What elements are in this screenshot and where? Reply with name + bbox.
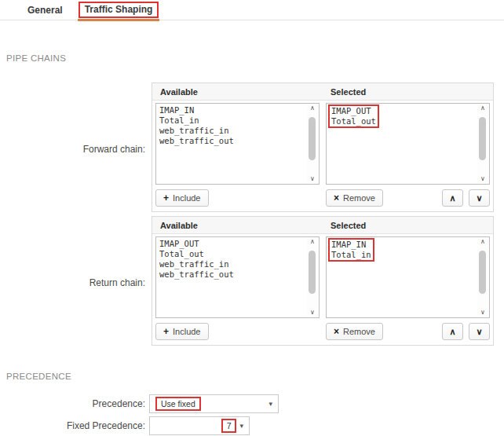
scrollbar-thumb[interactable] (309, 251, 316, 293)
precedence-selected-value: Use fixed (161, 399, 195, 409)
annotation-box: 7 (221, 419, 237, 433)
chevron-up-icon: ∧ (449, 193, 455, 203)
list-item[interactable]: web_traffic_out (159, 269, 306, 280)
dual-list-header: Available Selected (152, 217, 493, 234)
include-button[interactable]: + Include (155, 189, 209, 207)
return-chain-dual-list: Available Selected IMAP_OUT Total_out we… (152, 216, 494, 346)
return-selected-listbox[interactable]: IMAP_IN Total_in ∧ ∨ (326, 236, 490, 318)
scrollbar[interactable]: ∧ ∨ (477, 238, 488, 317)
chevron-down-icon: ∨ (476, 327, 482, 337)
fixed-precedence-label: Fixed Precedence: (0, 420, 145, 431)
include-button-label: Include (173, 193, 200, 203)
scrollbar-thumb[interactable] (479, 117, 486, 159)
scroll-down-icon[interactable]: ∨ (310, 309, 315, 317)
selected-column-header: Selected (326, 221, 490, 230)
move-up-button[interactable]: ∧ (442, 189, 463, 207)
available-column-header: Available (155, 87, 320, 97)
include-button[interactable]: + Include (155, 323, 209, 340)
scroll-up-icon[interactable]: ∧ (310, 104, 315, 112)
list-item[interactable]: IMAP_OUT (159, 239, 306, 249)
scrollbar-thumb[interactable] (479, 251, 486, 293)
forward-chain-dual-list: Available Selected IMAP_IN Total_in web_… (152, 82, 494, 212)
available-column-header: Available (155, 221, 320, 230)
precedence-section-title: PRECEDENCE (6, 372, 504, 381)
precedence-select[interactable]: Use fixed ▾ (149, 394, 279, 413)
fixed-precedence-input[interactable]: 7 ▾ (149, 416, 250, 435)
scrollbar-thumb[interactable] (309, 117, 316, 159)
scrollbar-track[interactable] (477, 246, 488, 309)
list-item[interactable]: web_traffic_in (159, 259, 306, 269)
annotation-box: IMAP_OUT Total_out (328, 104, 379, 128)
scroll-down-icon[interactable]: ∨ (310, 175, 315, 183)
move-down-button[interactable]: ∨ (469, 189, 490, 207)
scroll-up-icon[interactable]: ∧ (310, 238, 315, 246)
x-icon: × (334, 193, 339, 203)
include-button-label: Include (173, 327, 200, 336)
return-chain-label: Return chain: (0, 216, 145, 346)
scrollbar[interactable]: ∧ ∨ (307, 104, 318, 183)
tab-general[interactable]: General (27, 5, 63, 16)
forward-selected-listbox[interactable]: IMAP_OUT Total_out ∧ ∨ (326, 103, 490, 185)
chevron-down-icon[interactable]: ▾ (239, 423, 243, 430)
forward-chain-row: Forward chain: Available Selected IMAP_I… (0, 82, 504, 212)
list-item[interactable]: Total_in (159, 115, 306, 126)
pipe-chains-section: Forward chain: Available Selected IMAP_I… (0, 82, 504, 346)
precedence-label: Precedence: (0, 398, 145, 409)
scrollbar[interactable]: ∧ ∨ (477, 104, 488, 183)
scrollbar-track[interactable] (307, 112, 318, 175)
plus-icon: + (163, 193, 169, 203)
move-down-button[interactable]: ∨ (469, 323, 490, 340)
precedence-field-row: Precedence: Use fixed ▾ (0, 394, 504, 413)
chevron-up-icon: ∧ (449, 327, 455, 337)
tab-bar: General Traffic Shaping (0, 0, 504, 20)
forward-available-listbox[interactable]: IMAP_IN Total_in web_traffic_in web_traf… (155, 103, 320, 185)
list-item[interactable]: IMAP_OUT (331, 106, 376, 116)
annotation-box: IMAP_IN Total_in (328, 238, 374, 262)
remove-button-label: Remove (343, 193, 375, 203)
chevron-down-icon: ∨ (476, 193, 482, 203)
list-item[interactable]: web_traffic_out (159, 136, 306, 146)
remove-button-label: Remove (343, 327, 375, 336)
return-chain-row: Return chain: Available Selected IMAP_OU… (0, 216, 504, 346)
annotation-box-traffic-shaping: Traffic Shaping (79, 2, 159, 18)
scroll-up-icon[interactable]: ∧ (480, 238, 485, 246)
plus-icon: + (163, 327, 169, 336)
scroll-down-icon[interactable]: ∨ (480, 175, 485, 183)
annotation-box: Use fixed (155, 397, 201, 411)
list-item[interactable]: web_traffic_in (159, 126, 306, 136)
tab-traffic-shaping[interactable]: Traffic Shaping (85, 4, 153, 15)
dual-list-header: Available Selected (152, 83, 493, 101)
scrollbar-track[interactable] (307, 246, 318, 309)
list-item[interactable]: IMAP_IN (159, 105, 306, 115)
return-available-listbox[interactable]: IMAP_OUT Total_out web_traffic_in web_tr… (155, 236, 320, 318)
chevron-down-icon[interactable]: ▾ (268, 401, 272, 408)
fixed-precedence-field-row: Fixed Precedence: 7 ▾ (0, 416, 504, 435)
fixed-precedence-value: 7 (227, 421, 232, 431)
list-item[interactable]: Total_out (331, 116, 376, 126)
remove-button[interactable]: × Remove (326, 323, 383, 340)
list-item[interactable]: IMAP_IN (331, 240, 371, 250)
scroll-up-icon[interactable]: ∧ (480, 104, 485, 112)
scrollbar[interactable]: ∧ ∨ (307, 238, 318, 317)
list-item[interactable]: Total_out (159, 249, 306, 259)
move-up-button[interactable]: ∧ (442, 323, 463, 340)
list-item[interactable]: Total_in (331, 250, 371, 260)
scrollbar-track[interactable] (477, 112, 488, 175)
selected-column-header: Selected (326, 87, 490, 97)
remove-button[interactable]: × Remove (326, 189, 383, 207)
scroll-down-icon[interactable]: ∨ (480, 309, 485, 317)
precedence-section: Precedence: Use fixed ▾ Fixed Precedence… (0, 394, 504, 435)
forward-chain-label: Forward chain: (0, 82, 145, 212)
x-icon: × (334, 327, 339, 336)
pipe-chains-section-title: PIPE CHAINS (6, 53, 504, 63)
